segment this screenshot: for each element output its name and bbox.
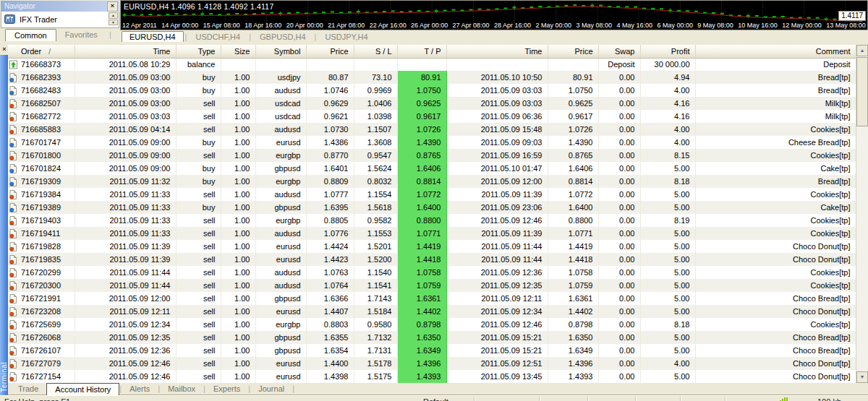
open-time-cell: 2011.05.09 12:46 [75, 357, 176, 370]
history-row[interactable]: 7167202992011.05.09 11:44sell1.00audusd1… [8, 266, 856, 279]
close-price-cell: 1.0758 [548, 266, 598, 279]
symbol-cell [255, 58, 306, 71]
column-header-time[interactable]: Time [75, 45, 176, 58]
navigator-tab-favorites[interactable]: Favorites [56, 30, 106, 40]
swap-cell: 0.00 [598, 279, 640, 292]
history-row[interactable]: 7167270792011.05.09 12:46sell1.00eurusd1… [8, 357, 856, 370]
open-price-cell: 1.0776 [306, 227, 354, 240]
table-scrollbar[interactable]: ▲ ▼ [856, 45, 868, 383]
navigator-item-ifx-trader[interactable]: IFX Trader ▲ ▼ [1, 12, 119, 28]
column-header-order[interactable]: Order/ [8, 45, 75, 58]
scrollbar-thumb[interactable] [856, 57, 868, 126]
comment-cell: Milk[tp] [695, 110, 856, 123]
close-time-cell: 2011.05.09 11:44 [446, 253, 548, 266]
terminal-tab-experts[interactable]: Experts [205, 383, 248, 394]
symbol-cell: gbpusd [255, 344, 306, 357]
open-price-cell: 1.0763 [306, 266, 354, 279]
comment-cell: Cookies[tp] [695, 149, 856, 162]
history-row[interactable]: 7167193892011.05.09 11:33buy1.00gbpusd1.… [8, 201, 856, 214]
history-row[interactable]: 7166825072011.05.09 03:00sell1.00usdcad0… [8, 97, 856, 110]
column-header-symbol[interactable]: Symbol [255, 45, 306, 58]
column-header-swap[interactable]: Swap [598, 45, 640, 58]
symbol-cell: audusd [255, 266, 306, 279]
chart-tab-gbpusd-h4[interactable]: GBPUSD,H4 [252, 32, 313, 42]
chart-tab-usdjpy-h4[interactable]: USDJPY,H4 [318, 32, 375, 42]
history-row[interactable]: 7167261072011.05.09 12:36sell1.00gbpusd1… [8, 344, 856, 357]
column-header-price[interactable]: Price [306, 45, 354, 58]
eurusd-mini-chart[interactable]: EURUSD,H4 1.4096 1.4128 1.4092 1.4117 1.… [120, 0, 868, 30]
order-cell: 716682507 [8, 97, 75, 110]
symbol-cell: eurgbp [255, 175, 306, 188]
open-time-cell: 2011.05.09 11:33 [75, 201, 176, 214]
column-header-price[interactable]: Price [548, 45, 598, 58]
history-row[interactable]: 7167194112011.05.09 11:33sell1.00audusd1… [8, 227, 856, 240]
column-header-profit[interactable]: Profit [640, 45, 695, 58]
type-cell: sell [176, 318, 221, 331]
profit-cell: 5.00 [640, 331, 695, 344]
terminal-tab-journal[interactable]: Journal [250, 383, 292, 394]
history-row[interactable]: 7166683732011.05.08 10:29balanceDeposit3… [8, 58, 856, 71]
history-row[interactable]: 7167018002011.05.09 09:00sell1.00eurgbp0… [8, 149, 856, 162]
terminal-tab-mailbox[interactable]: Mailbox [160, 383, 203, 394]
history-row[interactable]: 7167198352011.05.09 11:39sell1.00eurusd1… [8, 253, 856, 266]
history-row[interactable]: 7166858832011.05.09 04:14sell1.00audusd1… [8, 123, 856, 136]
tab-separator: | [247, 32, 252, 42]
table-header-row: Order/TimeTypeSizeSymbolPriceS / LT / PT… [8, 45, 856, 58]
comment-cell: Cookies[tp] [695, 214, 856, 227]
open-price-cell: 0.8770 [306, 149, 354, 162]
history-row[interactable]: 7167203002011.05.09 11:44sell1.00audusd1… [8, 279, 856, 292]
order-number: 716701800 [21, 151, 61, 160]
column-header-size[interactable]: Size [221, 45, 255, 58]
column-header-comment[interactable]: Comment [695, 45, 856, 58]
spinner-up-icon[interactable]: ▲ [109, 12, 118, 19]
profit-cell: 4.00 [640, 84, 695, 97]
history-row[interactable]: 7167194032011.05.09 11:33sell1.00eurgbp0… [8, 214, 856, 227]
navigator-titlebar[interactable]: Navigator × [1, 1, 119, 12]
size-cell: 1.00 [221, 318, 255, 331]
tp-cell: 1.0772 [397, 188, 446, 201]
terminal-close-icon[interactable]: × [1, 46, 8, 53]
navigator-tab-common[interactable]: Common [5, 29, 56, 41]
terminal-tab-trade[interactable]: Trade [10, 383, 46, 394]
swap-cell: 0.00 [598, 123, 640, 136]
history-row[interactable]: 7166824832011.05.09 03:00buy1.00audusd1.… [8, 84, 856, 97]
terminal-tab-account-history[interactable]: Account History [46, 383, 119, 395]
column-header-s-l[interactable]: S / L [354, 45, 397, 58]
comment-cell: Choco Bread[tp] [695, 292, 856, 305]
history-row[interactable]: 7167193842011.05.09 11:33sell1.00audusd1… [8, 188, 856, 201]
history-row[interactable]: 7166823932011.05.09 03:00buy1.00usdjpy80… [8, 71, 856, 84]
close-time-cell: 2011.05.09 23:06 [446, 201, 548, 214]
order-cell: 716726068 [8, 331, 75, 344]
size-cell: 1.00 [221, 188, 255, 201]
size-cell: 1.00 [221, 279, 255, 292]
scroll-up-icon[interactable]: ▲ [856, 45, 868, 56]
scroll-down-icon[interactable]: ▼ [856, 371, 868, 383]
history-row[interactable]: 7167198282011.05.09 11:39sell1.00eurusd1… [8, 240, 856, 253]
history-row[interactable]: 7167018242011.05.09 09:00buy1.00gbpusd1.… [8, 162, 856, 175]
column-header-type[interactable]: Type [176, 45, 221, 58]
order-number: 716682507 [21, 99, 61, 108]
history-row[interactable]: 7167017472011.05.09 09:00buy1.00eurusd1.… [8, 136, 856, 149]
history-row[interactable]: 7167256992011.05.09 12:34sell1.00eurgbp0… [8, 318, 856, 331]
history-row[interactable]: 7167271542011.05.09 12:46sell1.00eurusd1… [8, 370, 856, 383]
history-row[interactable]: 7166827722011.05.09 03:03sell1.00usdcad0… [8, 110, 856, 123]
open-price-cell: 1.6366 [306, 292, 354, 305]
buy-order-icon [9, 203, 17, 212]
navigator-close-icon[interactable]: × [107, 1, 118, 12]
close-price-cell: 0.9625 [548, 97, 598, 110]
statusbar-divider [635, 397, 637, 401]
history-row[interactable]: 7167232082011.05.09 12:11sell1.00eurusd1… [8, 305, 856, 318]
size-cell: 1.00 [221, 331, 255, 344]
terminal-tab-alerts[interactable]: Alerts [122, 383, 158, 394]
history-row[interactable]: 7167219912011.05.09 12:00sell1.00gbpusd1… [8, 292, 856, 305]
open-time-cell: 2011.05.09 11:33 [75, 188, 176, 201]
chart-date-label: 13 May 08:00 [826, 22, 866, 29]
spinner-down-icon[interactable]: ▼ [109, 20, 118, 26]
chart-tab-eurusd-h4[interactable]: EURUSD,H4 [122, 31, 184, 42]
comment-cell: Choco Bread[tp] [695, 344, 856, 357]
column-header-time[interactable]: Time [446, 45, 548, 58]
column-header-t-p[interactable]: T / P [397, 45, 446, 58]
history-row[interactable]: 7167193092011.05.09 11:32buy1.00eurgbp0.… [8, 175, 856, 188]
history-row[interactable]: 7167260682011.05.09 12:35sell1.00gbpusd1… [8, 331, 856, 344]
chart-tab-usdchf-h4[interactable]: USDCHF,H4 [188, 32, 247, 42]
